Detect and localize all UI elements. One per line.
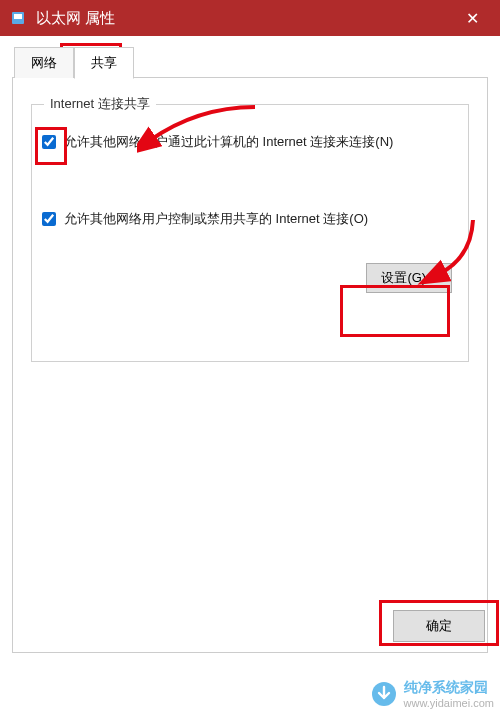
watermark-text: 纯净系统家园 — [404, 679, 494, 697]
highlight-settings — [340, 285, 450, 337]
group-title: Internet 连接共享 — [44, 95, 156, 113]
dialog-footer: 确定 — [13, 610, 487, 642]
checkbox-row-allow-control: 允许其他网络用户控制或禁用共享的 Internet 连接(O) — [42, 210, 458, 229]
watermark: 纯净系统家园 www.yidaimei.com — [370, 679, 494, 709]
window-title: 以太网 属性 — [36, 9, 452, 28]
ethernet-icon — [10, 10, 26, 26]
checkbox-allow-connect-label: 允许其他网络用户通过此计算机的 Internet 连接来连接(N) — [64, 133, 393, 152]
checkbox-allow-control[interactable] — [42, 212, 56, 226]
checkbox-allow-control-label: 允许其他网络用户控制或禁用共享的 Internet 连接(O) — [64, 210, 368, 229]
group-internet-sharing: Internet 连接共享 允许其他网络用户通过此计算机的 Internet 连… — [31, 104, 469, 362]
titlebar: 以太网 属性 ✕ — [0, 0, 500, 36]
tab-strip: 网络 共享 — [12, 46, 488, 78]
close-icon[interactable]: ✕ — [452, 0, 492, 36]
settings-button[interactable]: 设置(G)... — [366, 263, 452, 293]
tab-network[interactable]: 网络 — [14, 47, 74, 78]
checkbox-allow-connect[interactable] — [42, 135, 56, 149]
svg-rect-1 — [14, 14, 22, 19]
content-area: 网络 共享 Internet 连接共享 允许其他网络用户通过此计算机的 Inte… — [0, 36, 500, 653]
tab-sharing[interactable]: 共享 — [74, 47, 134, 79]
settings-row: 设置(G)... — [42, 263, 458, 293]
watermark-logo-icon — [370, 680, 398, 708]
sharing-panel: Internet 连接共享 允许其他网络用户通过此计算机的 Internet 连… — [12, 78, 488, 653]
checkbox-row-allow-connect: 允许其他网络用户通过此计算机的 Internet 连接来连接(N) — [42, 133, 458, 152]
watermark-url: www.yidaimei.com — [404, 697, 494, 709]
ok-button[interactable]: 确定 — [393, 610, 485, 642]
